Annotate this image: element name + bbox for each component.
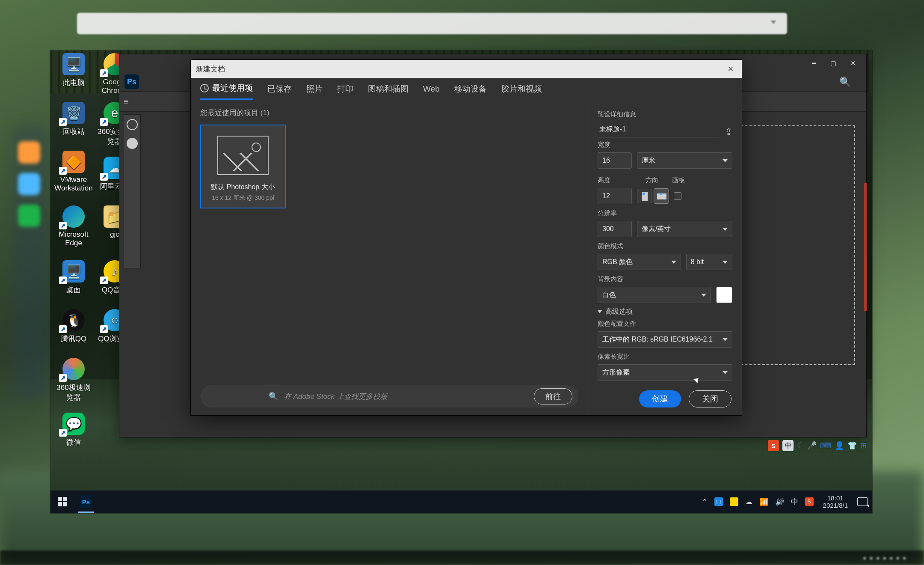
dialog-close-button[interactable]: ✕	[722, 62, 739, 75]
color-profile-select[interactable]: 工作中的 RGB: sRGB IEC61966-2.1	[598, 331, 732, 348]
background-label: 背景内容	[598, 275, 732, 283]
onedrive-icon[interactable]: ☁	[745, 497, 752, 506]
chevron-down-icon	[671, 261, 676, 264]
host-dock-item	[18, 141, 40, 164]
grid-icon[interactable]: ⊞	[860, 441, 867, 450]
person-icon[interactable]: 👤	[835, 441, 844, 450]
system-tray: ⌃ ⬚ ☁ 📶 🔊 中 S 18:01 2021/8/1	[702, 494, 872, 509]
taskbar-clock[interactable]: 18:01 2021/8/1	[820, 494, 850, 509]
close-button[interactable]: 关闭	[689, 390, 732, 407]
ime-lang-chip[interactable]: 中	[782, 440, 794, 451]
moon-icon[interactable]: ☾	[797, 441, 804, 450]
background-select[interactable]: 白色	[598, 287, 711, 303]
tray-app-icon[interactable]	[730, 497, 738, 506]
dialog-title: 新建文档	[196, 64, 225, 74]
height-input[interactable]: 12	[598, 188, 632, 204]
tab-print[interactable]: 打印	[337, 78, 353, 100]
document-name-input[interactable]: 未标题-1	[598, 122, 719, 137]
tab-recent[interactable]: 最近使用项	[200, 78, 253, 100]
volume-icon[interactable]: 🔊	[775, 497, 784, 506]
stock-go-button[interactable]: 前往	[534, 388, 572, 404]
tab-film[interactable]: 胶片和视频	[501, 78, 542, 100]
tray-chevron-up-icon[interactable]: ⌃	[702, 497, 708, 506]
search-icon[interactable]: 🔍	[839, 77, 851, 88]
background-color-swatch[interactable]	[716, 287, 732, 303]
color-profile-label: 颜色配置文件	[598, 320, 732, 328]
pixel-aspect-label: 像素长宽比	[598, 353, 732, 361]
desktop-icon-this-pc[interactable]: 🖥️此电脑	[54, 53, 93, 88]
keyboard-icon[interactable]: ⌨	[820, 441, 831, 450]
recent-header: 您最近使用的项目	[200, 109, 258, 117]
bit-depth-select[interactable]: 8 bit	[686, 254, 732, 270]
recent-count: (1)	[261, 109, 270, 117]
close-button[interactable]: ✕	[843, 56, 863, 70]
pixel-aspect-select[interactable]: 方形像素	[598, 364, 732, 381]
desktop-icon-desktop[interactable]: 🖥️桌面	[54, 260, 93, 295]
preset-default-photoshop[interactable]: 默认 Photoshop 大小 16 x 12 厘米 @ 300 ppi	[200, 125, 286, 208]
tab-photo[interactable]: 照片	[306, 78, 323, 100]
mic-icon[interactable]: 🎤	[807, 441, 817, 450]
host-addressbar	[77, 13, 787, 34]
preset-meta: 16 x 12 厘米 @ 300 ppi	[205, 194, 281, 202]
maximize-button[interactable]: ▢	[823, 56, 843, 70]
minimize-button[interactable]: ━	[804, 56, 823, 70]
chevron-down-icon	[701, 294, 706, 297]
ime-indicator[interactable]: 中	[791, 497, 798, 507]
adobe-stock-bar: 🔍 在 Adobe Stock 上查找更多模板 前往	[200, 385, 578, 407]
width-unit-select[interactable]: 厘米	[637, 152, 732, 169]
desktop-icon-wechat[interactable]: 💬微信	[54, 413, 93, 447]
start-button[interactable]	[50, 491, 74, 513]
tray-sogou-icon[interactable]: S	[805, 497, 814, 506]
dialog-presets-area: 您最近使用的项目 (1) 默认 Photoshop 大小 16 x 12 厘米 …	[191, 100, 588, 415]
color-mode-label: 颜色模式	[598, 242, 732, 250]
export-preset-icon[interactable]: ⇪	[725, 126, 732, 137]
desktop-icon-qq[interactable]: 🐧腾讯QQ	[54, 309, 93, 344]
new-document-dialog: 新建文档 ✕ 最近使用项 已保存 照片 打印 图稿和插图 Web 移动设备 胶片…	[190, 59, 742, 416]
desktop-icon-recycle[interactable]: 🗑️回收站	[54, 102, 93, 137]
ps-tools-panel[interactable]	[124, 114, 141, 268]
desktop-icon-360browser[interactable]: 360极速浏览器	[54, 358, 93, 402]
tab-saved[interactable]: 已保存	[267, 78, 292, 100]
host-dock-item	[18, 205, 40, 227]
artboard-checkbox[interactable]	[674, 192, 681, 200]
shirt-icon[interactable]: 👕	[847, 441, 857, 450]
action-center-icon[interactable]	[857, 497, 868, 506]
orientation-label: 方向	[646, 176, 658, 184]
preset-thumb-icon	[217, 136, 269, 175]
vm-desktop: 🖥️此电脑 🗑️回收站 🔶VMware Workstation Microsof…	[50, 51, 872, 513]
resolution-input[interactable]: 300	[598, 221, 632, 237]
clock-date: 2021/8/1	[823, 502, 848, 509]
tab-web[interactable]: Web	[423, 78, 440, 100]
tab-mobile[interactable]: 移动设备	[454, 78, 487, 100]
desktop-icon-edge[interactable]: Microsoft Edge	[54, 205, 93, 247]
panel-header: 预设详细信息	[598, 110, 732, 119]
desktop-icon-vmware[interactable]: 🔶VMware Workstation	[54, 151, 93, 193]
tray-app-icon[interactable]: ⬚	[714, 497, 723, 506]
host-taskbar: ● ● ● ● ● ● ●	[0, 550, 924, 565]
height-label: 高度	[598, 176, 632, 184]
ps-logo-icon: Ps	[124, 74, 139, 89]
tool-ellipse-outline-icon[interactable]	[127, 119, 138, 130]
wifi-icon[interactable]: 📶	[759, 497, 768, 506]
stock-search-input[interactable]: 在 Adobe Stock 上查找更多模板	[284, 392, 528, 401]
orientation-landscape[interactable]	[654, 189, 669, 203]
create-button[interactable]: 创建	[639, 390, 681, 407]
ime-toolbar[interactable]: S 中 ☾ 🎤 ⌨ 👤 👕 ⊞	[768, 438, 867, 453]
search-icon: 🔍	[269, 392, 278, 401]
advanced-toggle[interactable]: 高级选项	[598, 307, 732, 316]
tool-ellipse-fill-icon[interactable]	[127, 138, 138, 149]
tab-art[interactable]: 图稿和插图	[368, 78, 409, 100]
chevron-down-icon	[598, 310, 602, 313]
resolution-label: 分辨率	[598, 209, 732, 217]
width-input[interactable]: 16	[598, 152, 632, 169]
resolution-unit-select[interactable]: 像素/英寸	[637, 221, 732, 237]
photoshop-window: ━ ▢ ✕ Ps 🔍 ≡ 新建文档 ✕ 最近使用项 已保	[119, 54, 867, 437]
ime-sogou-icon[interactable]: S	[768, 440, 779, 451]
dialog-titlebar: 新建文档 ✕	[191, 60, 742, 78]
orientation-portrait[interactable]	[637, 189, 652, 203]
hamburger-icon[interactable]: ≡	[124, 97, 129, 107]
panel-edge-indicator	[864, 183, 867, 311]
width-label: 宽度	[598, 141, 732, 149]
taskbar-photoshop[interactable]: Ps	[74, 491, 98, 513]
color-mode-select[interactable]: RGB 颜色	[598, 254, 681, 270]
